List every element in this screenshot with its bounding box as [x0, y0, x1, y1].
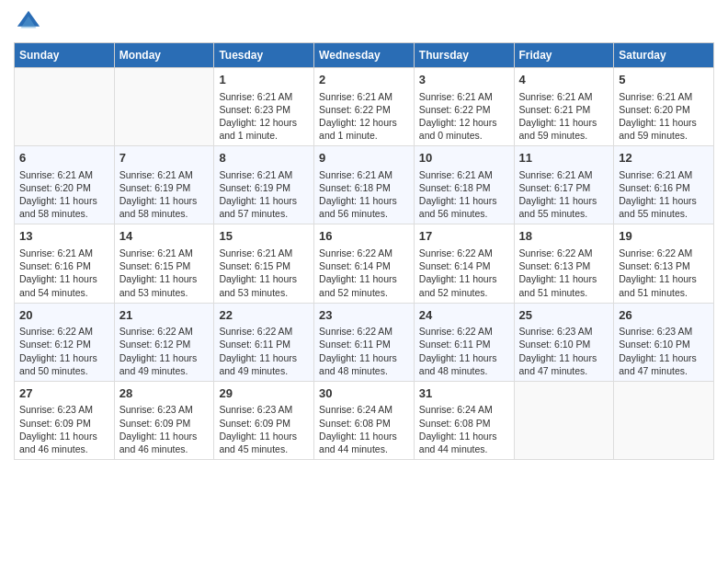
sunset: Sunset: 6:18 PM: [419, 182, 491, 193]
header-wednesday: Wednesday: [314, 43, 415, 68]
sunrise: Sunrise: 6:24 AM: [319, 404, 392, 415]
sunrise: Sunrise: 6:23 AM: [119, 404, 193, 415]
calendar-cell: 29Sunrise: 6:23 AMSunset: 6:09 PMDayligh…: [214, 381, 314, 459]
calendar-week-2: 6Sunrise: 6:21 AMSunset: 6:20 PMDaylight…: [15, 146, 714, 224]
sunrise: Sunrise: 6:23 AM: [219, 404, 292, 415]
day-number: 25: [519, 307, 609, 324]
daylight: Daylight: 11 hours and 59 minutes.: [519, 117, 597, 141]
sunrise: Sunrise: 6:21 AM: [519, 91, 593, 102]
daylight: Daylight: 11 hours and 56 minutes.: [419, 195, 497, 219]
sunset: Sunset: 6:18 PM: [319, 182, 391, 193]
day-number: 10: [419, 150, 509, 167]
calendar-cell: 8Sunrise: 6:21 AMSunset: 6:19 PMDaylight…: [214, 146, 314, 224]
calendar-cell: 14Sunrise: 6:21 AMSunset: 6:15 PMDayligh…: [114, 224, 214, 303]
header-row: SundayMondayTuesdayWednesdayThursdayFrid…: [15, 43, 714, 68]
sunset: Sunset: 6:17 PM: [519, 182, 591, 193]
sunset: Sunset: 6:12 PM: [119, 339, 191, 350]
calendar-cell: 26Sunrise: 6:23 AMSunset: 6:10 PMDayligh…: [614, 303, 714, 381]
day-number: 29: [219, 385, 309, 402]
sunrise: Sunrise: 6:21 AM: [419, 169, 493, 180]
day-number: 14: [119, 228, 210, 245]
sunset: Sunset: 6:12 PM: [19, 339, 91, 350]
daylight: Daylight: 11 hours and 52 minutes.: [419, 273, 497, 297]
sunset: Sunset: 6:15 PM: [219, 260, 290, 271]
page-header: [14, 9, 714, 35]
calendar-cell: 27Sunrise: 6:23 AMSunset: 6:09 PMDayligh…: [15, 381, 115, 459]
calendar-cell: 30Sunrise: 6:24 AMSunset: 6:08 PMDayligh…: [314, 381, 415, 459]
sunset: Sunset: 6:21 PM: [519, 104, 591, 115]
sunrise: Sunrise: 6:23 AM: [619, 326, 692, 337]
calendar-cell: 20Sunrise: 6:22 AMSunset: 6:12 PMDayligh…: [15, 303, 115, 381]
calendar-cell: 23Sunrise: 6:22 AMSunset: 6:11 PMDayligh…: [314, 303, 415, 381]
day-number: 19: [619, 228, 709, 245]
sunset: Sunset: 6:23 PM: [219, 104, 290, 115]
day-number: 1: [219, 72, 309, 88]
day-number: 20: [19, 307, 109, 324]
sunset: Sunset: 6:20 PM: [19, 182, 91, 193]
day-number: 13: [19, 228, 109, 245]
sunrise: Sunrise: 6:22 AM: [19, 326, 93, 337]
sunset: Sunset: 6:13 PM: [519, 260, 591, 271]
calendar-cell: 28Sunrise: 6:23 AMSunset: 6:09 PMDayligh…: [114, 381, 214, 459]
sunrise: Sunrise: 6:22 AM: [119, 326, 193, 337]
day-number: 24: [419, 307, 509, 324]
calendar-cell: 19Sunrise: 6:22 AMSunset: 6:13 PMDayligh…: [614, 224, 714, 303]
calendar-week-4: 20Sunrise: 6:22 AMSunset: 6:12 PMDayligh…: [15, 303, 714, 381]
day-number: 11: [519, 150, 609, 167]
daylight: Daylight: 11 hours and 55 minutes.: [619, 195, 697, 219]
sunrise: Sunrise: 6:21 AM: [319, 169, 392, 180]
sunset: Sunset: 6:11 PM: [219, 339, 290, 350]
daylight: Daylight: 11 hours and 48 minutes.: [319, 352, 397, 376]
day-number: 5: [619, 72, 709, 88]
daylight: Daylight: 11 hours and 57 minutes.: [219, 195, 297, 219]
sunset: Sunset: 6:10 PM: [519, 339, 591, 350]
sunrise: Sunrise: 6:21 AM: [219, 91, 292, 102]
calendar-cell: 12Sunrise: 6:21 AMSunset: 6:16 PMDayligh…: [614, 146, 714, 224]
calendar-cell: 1Sunrise: 6:21 AMSunset: 6:23 PMDaylight…: [214, 68, 314, 146]
sunset: Sunset: 6:19 PM: [219, 182, 290, 193]
day-number: 7: [119, 150, 210, 167]
calendar-week-5: 27Sunrise: 6:23 AMSunset: 6:09 PMDayligh…: [15, 381, 714, 459]
sunset: Sunset: 6:08 PM: [419, 418, 491, 429]
daylight: Daylight: 11 hours and 45 minutes.: [219, 431, 297, 454]
calendar-cell: 13Sunrise: 6:21 AMSunset: 6:16 PMDayligh…: [15, 224, 115, 303]
calendar-cell: 11Sunrise: 6:21 AMSunset: 6:17 PMDayligh…: [514, 146, 614, 224]
sunset: Sunset: 6:14 PM: [419, 260, 491, 271]
sunrise: Sunrise: 6:22 AM: [319, 247, 392, 259]
daylight: Daylight: 11 hours and 44 minutes.: [419, 431, 497, 454]
daylight: Daylight: 11 hours and 55 minutes.: [519, 195, 597, 219]
sunrise: Sunrise: 6:21 AM: [419, 91, 493, 102]
daylight: Daylight: 11 hours and 48 minutes.: [419, 352, 497, 376]
day-number: 9: [319, 150, 409, 167]
calendar-cell: 2Sunrise: 6:21 AMSunset: 6:22 PMDaylight…: [314, 68, 415, 146]
calendar-cell: 21Sunrise: 6:22 AMSunset: 6:12 PMDayligh…: [114, 303, 214, 381]
header-thursday: Thursday: [414, 43, 514, 68]
day-number: 12: [619, 150, 709, 167]
header-monday: Monday: [114, 43, 214, 68]
daylight: Daylight: 11 hours and 44 minutes.: [319, 431, 397, 454]
sunrise: Sunrise: 6:24 AM: [419, 404, 493, 415]
daylight: Daylight: 11 hours and 51 minutes.: [519, 273, 597, 297]
calendar-cell: [114, 68, 214, 146]
sunrise: Sunrise: 6:21 AM: [119, 169, 193, 180]
daylight: Daylight: 11 hours and 50 minutes.: [19, 352, 97, 376]
header-saturday: Saturday: [614, 43, 714, 68]
daylight: Daylight: 11 hours and 53 minutes.: [219, 273, 297, 297]
calendar-cell: [614, 381, 714, 459]
sunrise: Sunrise: 6:21 AM: [619, 91, 692, 102]
calendar-cell: 17Sunrise: 6:22 AMSunset: 6:14 PMDayligh…: [414, 224, 514, 303]
sunset: Sunset: 6:10 PM: [619, 339, 690, 350]
calendar-cell: 24Sunrise: 6:22 AMSunset: 6:11 PMDayligh…: [414, 303, 514, 381]
sunrise: Sunrise: 6:22 AM: [519, 247, 593, 259]
sunrise: Sunrise: 6:22 AM: [419, 326, 493, 337]
calendar-table: SundayMondayTuesdayWednesdayThursdayFrid…: [14, 42, 714, 460]
day-number: 30: [319, 385, 409, 402]
sunrise: Sunrise: 6:23 AM: [519, 326, 593, 337]
sunset: Sunset: 6:16 PM: [619, 182, 690, 193]
sunset: Sunset: 6:09 PM: [119, 418, 191, 429]
sunrise: Sunrise: 6:21 AM: [619, 169, 692, 180]
sunset: Sunset: 6:20 PM: [619, 104, 690, 115]
calendar-cell: 6Sunrise: 6:21 AMSunset: 6:20 PMDaylight…: [15, 146, 115, 224]
sunset: Sunset: 6:11 PM: [419, 339, 491, 350]
daylight: Daylight: 11 hours and 47 minutes.: [519, 352, 597, 376]
